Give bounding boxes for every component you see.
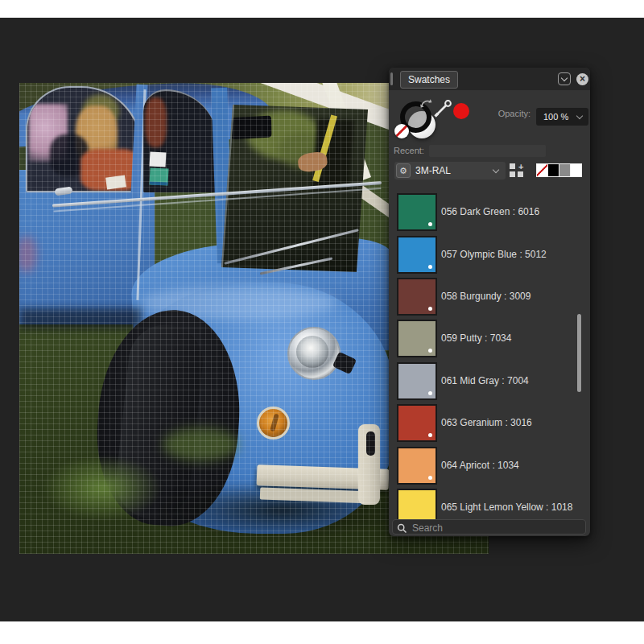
swatch-row[interactable]: 058 Burgundy : 3009 xyxy=(397,278,582,316)
palette-name: 3M-RAL xyxy=(415,162,451,180)
chevron-down-icon xyxy=(561,75,568,81)
color-swatch-chip[interactable] xyxy=(397,489,437,520)
gear-icon[interactable]: ⚙ xyxy=(396,163,411,178)
recent-label: Recent: xyxy=(394,146,424,155)
swatch-label: 058 Burgundy : 3009 xyxy=(441,278,530,316)
opacity-label: Opacity: xyxy=(469,109,530,118)
quick-swatch-strip[interactable] xyxy=(536,163,582,177)
panel-grip-handle[interactable] xyxy=(390,72,393,85)
opacity-dropdown[interactable]: 100 % xyxy=(536,108,588,126)
spot-color-dot-icon xyxy=(428,391,432,395)
search-input[interactable] xyxy=(411,520,575,535)
window-sticker-shape xyxy=(150,151,167,167)
add-swatch-icon[interactable]: + xyxy=(510,163,527,178)
swap-colors-icon[interactable] xyxy=(419,98,433,114)
signal-detail-shape xyxy=(270,414,279,432)
swatch-row[interactable]: 057 Olympic Blue : 5012 xyxy=(397,236,582,274)
bumper-slot-shape xyxy=(366,431,375,456)
spot-color-dot-icon xyxy=(428,222,432,226)
swatch-label: 064 Apricot : 1034 xyxy=(441,447,519,485)
swatches-panel: Swatches × xyxy=(389,68,590,536)
no-color-chip[interactable] xyxy=(394,124,409,138)
turn-signal-shape xyxy=(257,407,290,440)
grass-highlight-shape xyxy=(163,427,239,461)
swatch-row[interactable]: 064 Apricot : 1034 xyxy=(397,447,582,485)
quick-swatch[interactable] xyxy=(571,164,581,176)
search-box[interactable] xyxy=(392,519,586,535)
swatch-row[interactable]: 065 Light Lemon Yellow : 1018 xyxy=(397,489,582,520)
window-sticker-shape xyxy=(149,167,168,185)
swatch-row[interactable]: 056 Dark Green : 6016 xyxy=(397,193,582,231)
headlight-shape xyxy=(287,327,341,380)
swatch-label: 056 Dark Green : 6016 xyxy=(441,193,539,231)
square-glyph xyxy=(510,163,515,169)
screenshot-root: Swatches × xyxy=(0,0,644,644)
swatch-row[interactable]: 059 Putty : 7034 xyxy=(397,320,582,357)
square-glyph xyxy=(518,171,523,177)
current-color-swatch[interactable] xyxy=(453,103,469,119)
panel-header[interactable]: Swatches × xyxy=(389,68,590,90)
chevron-down-icon xyxy=(493,167,499,173)
recent-swatches-strip xyxy=(429,145,546,157)
swatch-row[interactable]: 063 Geranium : 3016 xyxy=(397,404,582,442)
eyedropper-icon[interactable] xyxy=(432,97,454,122)
swatch-label: 063 Geranium : 3016 xyxy=(441,404,532,442)
square-glyph xyxy=(510,171,515,177)
swatch-label: 061 Mid Gray : 7004 xyxy=(441,362,529,400)
swatch-label: 065 Light Lemon Yellow : 1018 xyxy=(441,489,572,520)
panel-title: Swatches xyxy=(408,74,450,85)
spot-color-dot-icon xyxy=(428,433,432,437)
swatch-label: 059 Putty : 7034 xyxy=(441,320,511,357)
spot-color-dot-icon xyxy=(428,349,432,353)
swatch-label: 057 Olympic Blue : 5012 xyxy=(441,236,547,274)
quick-swatch[interactable] xyxy=(559,164,570,176)
chevron-down-icon xyxy=(576,113,583,119)
window-figure-shape xyxy=(145,97,167,147)
tab-swatches[interactable]: Swatches xyxy=(400,71,458,89)
quick-swatch-none[interactable] xyxy=(537,164,547,176)
spot-color-dot-icon xyxy=(428,265,432,269)
rearview-mirror-shape xyxy=(231,116,272,140)
headlight-lens-shape xyxy=(296,336,328,368)
car-shadow-shape xyxy=(19,308,142,329)
app-workspace: Swatches × xyxy=(0,18,644,621)
spot-color-dot-icon xyxy=(428,307,432,311)
spot-color-dot-icon xyxy=(428,476,432,480)
scrollbar-thumb[interactable] xyxy=(577,314,581,392)
grass-highlight-shape xyxy=(42,455,163,521)
panel-menu-button[interactable] xyxy=(558,72,571,85)
quick-swatch[interactable] xyxy=(548,164,559,176)
swatch-row[interactable]: 061 Mid Gray : 7004 xyxy=(397,362,582,400)
opacity-value: 100 % xyxy=(543,112,568,122)
search-icon xyxy=(397,522,407,537)
palette-dropdown[interactable]: ⚙ 3M-RAL xyxy=(394,162,506,180)
swatch-list: 056 Dark Green : 6016 057 Olympic Blue :… xyxy=(389,188,582,520)
plus-glyph: + xyxy=(518,163,523,170)
close-button[interactable]: × xyxy=(576,73,588,85)
